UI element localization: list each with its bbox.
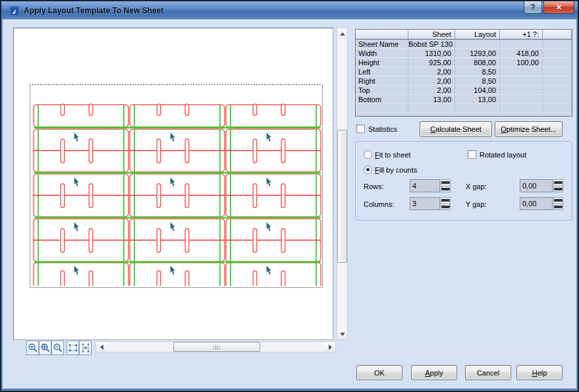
spin-down-icon bbox=[554, 206, 563, 208]
row-label: Left bbox=[356, 67, 408, 76]
spin-up-icon bbox=[441, 199, 450, 202]
xgap-spinner[interactable] bbox=[553, 179, 563, 192]
row-label: Width bbox=[356, 49, 408, 58]
cell-layout-bottom[interactable]: 13,00 bbox=[455, 95, 500, 104]
cell bbox=[455, 104, 500, 113]
statistics-label: Statistics bbox=[368, 125, 397, 133]
layout-options-group: Fit to sheet Rotated layout Fill by coun… bbox=[355, 141, 572, 221]
help-caption-button[interactable]: ? bbox=[524, 1, 542, 14]
spin-up-icon bbox=[554, 181, 563, 184]
rows-spinner[interactable] bbox=[441, 179, 451, 192]
arrow-down-icon bbox=[340, 333, 345, 336]
help-button[interactable]: Help bbox=[516, 365, 563, 380]
spin-down-button[interactable] bbox=[441, 204, 451, 211]
spin-down-button[interactable] bbox=[553, 204, 563, 211]
calculate-sheet-button[interactable]: Calculate Sheet bbox=[420, 121, 492, 137]
scroll-left-button[interactable] bbox=[96, 342, 107, 352]
cell-sheet-left[interactable]: 2,00 bbox=[408, 67, 455, 76]
dialog-apply-layout-template: Apply Layout Template To New Sheet ? ✕ bbox=[0, 0, 579, 392]
close-button[interactable]: ✕ bbox=[543, 1, 574, 14]
cancel-label: Cancel bbox=[477, 369, 499, 377]
cell-sheet-bottom[interactable]: 13,00 bbox=[408, 95, 455, 104]
spin-up-icon bbox=[441, 181, 450, 184]
cell bbox=[408, 104, 455, 113]
cell[interactable] bbox=[500, 40, 543, 49]
zoom-out-button[interactable] bbox=[51, 341, 64, 355]
ok-label: OK bbox=[374, 369, 385, 377]
window-title: Apply Layout Template To New Sheet bbox=[24, 1, 163, 20]
layout-drawing bbox=[14, 28, 333, 339]
cell[interactable] bbox=[500, 76, 543, 86]
cell-plus1-height[interactable]: 100,00 bbox=[500, 58, 543, 67]
row-label: Right bbox=[356, 76, 408, 86]
cell[interactable] bbox=[500, 86, 543, 95]
xgap-input[interactable] bbox=[520, 179, 553, 192]
cell-sheet-width[interactable]: 1310,00 bbox=[408, 49, 455, 58]
statistics-checkbox[interactable] bbox=[356, 125, 365, 133]
zoom-extents-button[interactable] bbox=[39, 341, 51, 355]
cell-layout-left[interactable]: 8,50 bbox=[455, 67, 500, 76]
fit-to-sheet-radio[interactable] bbox=[364, 150, 372, 159]
cell bbox=[543, 58, 572, 67]
table-header-sheet: Sheet bbox=[408, 30, 455, 40]
spin-up-button[interactable] bbox=[553, 179, 563, 186]
cell[interactable] bbox=[500, 67, 543, 76]
columns-spinner[interactable] bbox=[441, 197, 451, 210]
apply-label: Apply bbox=[425, 369, 443, 377]
apply-button[interactable]: Apply bbox=[411, 365, 457, 380]
rotated-layout-label[interactable]: Rotated layout bbox=[480, 151, 526, 159]
cell bbox=[543, 76, 572, 86]
cell-sheet-right[interactable]: 2,00 bbox=[408, 76, 455, 86]
cell-sheet-height[interactable]: 925,00 bbox=[408, 58, 455, 67]
columns-input[interactable] bbox=[410, 197, 440, 210]
layout-preview[interactable] bbox=[13, 28, 333, 340]
ygap-spinner[interactable] bbox=[553, 197, 563, 210]
arrow-left-icon bbox=[100, 345, 103, 350]
title-bar[interactable]: Apply Layout Template To New Sheet bbox=[1, 1, 578, 20]
scroll-right-button[interactable] bbox=[325, 342, 335, 352]
measure-gap-button[interactable] bbox=[79, 341, 92, 355]
fill-by-counts-label[interactable]: Fill by counts bbox=[375, 166, 417, 174]
spin-up-button[interactable] bbox=[441, 179, 451, 186]
spin-up-icon bbox=[554, 199, 563, 202]
preview-horizontal-scrollbar[interactable] bbox=[96, 341, 336, 352]
ok-button[interactable]: OK bbox=[356, 365, 402, 380]
row-label: Height bbox=[356, 58, 408, 67]
zoom-out-icon bbox=[53, 343, 63, 353]
spin-up-button[interactable] bbox=[441, 197, 451, 204]
spin-down-button[interactable] bbox=[441, 186, 451, 193]
columns-label: Columns: bbox=[364, 200, 394, 208]
spin-up-button[interactable] bbox=[553, 197, 563, 204]
cell-sheet-name[interactable]: Bobst SP 130 bbox=[408, 40, 455, 49]
cancel-button[interactable]: Cancel bbox=[465, 365, 511, 380]
spin-down-icon bbox=[441, 206, 450, 208]
vertical-scroll-thumb[interactable] bbox=[337, 130, 347, 263]
cell bbox=[543, 104, 572, 113]
cell-sheet-top[interactable]: 2,00 bbox=[408, 86, 455, 95]
table-header-empty bbox=[543, 30, 572, 40]
cell[interactable] bbox=[500, 95, 543, 104]
ygap-input[interactable] bbox=[520, 197, 553, 210]
scroll-up-button[interactable] bbox=[337, 28, 347, 39]
rows-input[interactable] bbox=[410, 179, 440, 192]
rotated-layout-checkbox[interactable] bbox=[468, 150, 476, 159]
cell-layout-right[interactable]: 8,50 bbox=[455, 76, 500, 86]
horizontal-scroll-thumb[interactable] bbox=[173, 342, 260, 352]
fit-to-sheet-label[interactable]: Fit to sheet bbox=[375, 151, 410, 159]
preview-vertical-scrollbar[interactable] bbox=[337, 28, 348, 340]
cell[interactable] bbox=[455, 40, 500, 49]
measure-sheet-button[interactable] bbox=[67, 341, 79, 355]
spin-down-button[interactable] bbox=[553, 186, 563, 193]
cell-layout-height[interactable]: 808,00 bbox=[455, 58, 500, 67]
fill-by-counts-radio[interactable] bbox=[364, 165, 372, 174]
arrow-up-icon bbox=[340, 32, 345, 36]
cell-layout-width[interactable]: 1293,00 bbox=[455, 49, 500, 58]
measure-sheet-icon bbox=[68, 343, 78, 353]
zoom-in-button[interactable] bbox=[26, 341, 39, 355]
optimize-sheet-button[interactable]: Optimize Sheet... bbox=[495, 121, 563, 137]
cell-plus1-width[interactable]: 418,00 bbox=[500, 49, 543, 58]
cell bbox=[543, 86, 572, 95]
cell-layout-top[interactable]: 104,00 bbox=[455, 86, 500, 95]
optimize-sheet-label: Optimize Sheet... bbox=[501, 125, 556, 133]
scroll-down-button[interactable] bbox=[337, 329, 347, 339]
